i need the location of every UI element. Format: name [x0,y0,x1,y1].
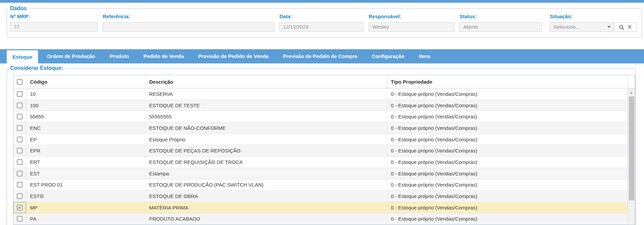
cell-tipo: 0 - Estoque próprio (Vendas/Compras) [387,168,628,179]
dropdown-arrow-icon[interactable] [607,26,611,28]
n-mrp-input[interactable]: 77 [10,22,98,32]
cell-tipo: 0 - Estoque próprio (Vendas/Compras) [387,145,628,156]
cell-codigo: ESTO [26,191,145,202]
row-checkbox-cell [13,191,26,202]
header-select-all-cell [13,75,26,88]
cell-tipo: 0 - Estoque próprio (Vendas/Compras) [387,214,628,225]
row-checkbox[interactable] [17,193,23,199]
estoque-grid: CódigoDescriçãoTipo Propriedade 10RESERV… [13,75,635,225]
row-checkbox[interactable] [17,137,23,142]
row-checkbox[interactable] [17,216,23,222]
vertical-scrollbar[interactable]: ▲ [628,88,635,225]
table-row[interactable]: EST PROD 01ESTOQUE DE PRODUÇÃO (PAC SWIT… [13,179,628,191]
status-label: Status: [460,13,542,19]
cell-descricao: ESTOQUE DE TESTE [145,100,387,111]
row-checkbox-checked[interactable]: ✔ [17,205,23,210]
top-accent-bar [0,0,644,3]
table-row[interactable]: ERTESTOQUE DE REQUISIÇÃO DE TROCA0 - Est… [13,157,628,168]
row-checkbox-cell [13,168,26,179]
select-all-checkbox[interactable] [17,79,23,85]
cell-codigo: EP [26,134,145,145]
tab-ordem-de-produ-o[interactable]: Ordem de Produção [41,49,101,63]
cell-codigo: EST PROD 01 [26,179,145,191]
row-checkbox[interactable] [17,171,23,176]
row-checkbox-cell: ✔ [13,202,26,213]
tab-configura-o[interactable]: Configuração [366,49,410,63]
cell-tipo: 0 - Estoque próprio (Vendas/Compras) [387,88,628,100]
data-input[interactable]: 12/12/2023 [279,22,364,32]
table-row[interactable]: EPRESTOQUE DE PEÇAS DE REPOSIÇÃO0 - Esto… [13,145,628,157]
field-status: Status:Aberto [460,13,542,32]
cell-descricao: ESTOQUE DE NÃO-CONFORME [145,122,387,134]
column-header-c-digo[interactable]: Código [26,75,145,88]
situacao-select-group: Selecione...✕ [550,22,637,32]
dados-legend: Dados [8,5,28,11]
dados-fields: Nº MRP:77Referência:Data:12/12/2023Respo… [7,11,642,32]
column-header-descri-o[interactable]: Descrição [145,75,387,88]
header-scrollbar-spacer [628,75,635,88]
cell-codigo: MP [26,202,145,213]
responsavel-input[interactable]: Wesley [369,22,454,32]
table-row[interactable]: 100ESTOQUE DE TESTE0 - Estoque próprio (… [13,100,628,111]
search-icon[interactable] [619,25,623,29]
row-checkbox-cell [13,122,26,134]
cell-tipo: 0 - Estoque próprio (Vendas/Compras) [387,134,628,145]
scrollbar-up-arrow-icon[interactable]: ▲ [628,88,635,96]
row-checkbox-cell [13,145,26,156]
grid-rows: 10RESERVA0 - Estoque próprio (Vendas/Com… [13,88,628,225]
cell-descricao: ESTOQUE DE PRODUÇÃO (PAC SWITCH VLAN) [145,179,387,191]
row-checkbox-cell [13,214,26,225]
field-responsavel: Responsável:Wesley [369,13,454,32]
row-checkbox[interactable] [17,125,23,131]
status-input[interactable]: Aberto [460,22,542,32]
cell-tipo: 0 - Estoque próprio (Vendas/Compras) [387,179,628,191]
cell-codigo: EST [26,168,145,179]
cell-descricao: Estoque Próprio [145,134,387,145]
row-checkbox-cell [13,100,26,111]
row-checkbox[interactable] [17,159,23,165]
tab-pedido-de-venda[interactable]: Pedido de Venda [138,49,190,63]
situacao-select[interactable]: Selecione... [550,22,614,32]
table-row[interactable]: ESTEstampa0 - Estoque próprio (Vendas/Co… [13,168,628,179]
cell-codigo: ERT [26,157,145,168]
table-row[interactable]: ESTOESTOQUE DE OBRA0 - Estoque próprio (… [13,191,628,202]
clear-icon[interactable]: ✕ [627,24,632,30]
cell-codigo: ENC [26,122,145,134]
tab-itens[interactable]: Itens [413,49,436,63]
field-situacao: Situação:Selecione...✕ [550,13,637,32]
situacao-selected-value: Selecione... [553,23,607,31]
tab-produto[interactable]: Produto [104,49,135,63]
cell-descricao: PRODUTO ACABADO [145,214,387,225]
tab-estoque[interactable]: Estoque [7,50,38,63]
row-checkbox[interactable] [17,114,23,119]
situacao-label: Situação: [550,13,637,19]
tab-previs-o-de-pedido-de-compra[interactable]: Previsão de Pedido de Compra [277,49,363,63]
cell-tipo: 0 - Estoque próprio (Vendas/Compras) [387,100,628,111]
scrollbar-thumb[interactable] [629,96,634,200]
field-referencia: Referência: [103,13,274,32]
row-checkbox[interactable] [17,148,23,153]
considerar-estoque-fieldset: Considerar Estoque: CódigoDescriçãoTipo … [7,65,636,225]
tab-previs-o-de-pedido-de-venda[interactable]: Previsão de Pedido de Venda [193,49,274,63]
field-data: Data:12/12/2023 [279,13,364,32]
table-row[interactable]: ✔MPMATÉRIA PRIMA0 - Estoque próprio (Ven… [13,202,628,214]
cell-tipo: 0 - Estoque próprio (Vendas/Compras) [387,111,628,122]
table-row[interactable]: 55855555555550 - Estoque próprio (Vendas… [13,111,628,122]
cell-descricao: ESTOQUE DE REQUISIÇÃO DE TROCA [145,157,387,168]
row-checkbox[interactable] [17,182,23,188]
n-mrp-label: Nº MRP: [10,13,98,19]
cell-codigo: 100 [26,100,145,111]
cell-descricao: ESTOQUE DE PEÇAS DE REPOSIÇÃO [145,145,387,156]
row-checkbox[interactable] [17,91,23,97]
row-checkbox[interactable] [17,103,23,108]
table-row[interactable]: 10RESERVA0 - Estoque próprio (Vendas/Com… [13,88,628,100]
table-row[interactable]: ENCESTOQUE DE NÃO-CONFORME0 - Estoque pr… [13,122,628,134]
row-checkbox-cell [13,179,26,191]
cell-descricao: Estampa [145,168,387,179]
row-checkbox-cell [13,157,26,168]
referencia-input[interactable] [103,22,274,32]
column-header-tipo-propriedade[interactable]: Tipo Propriedade [387,75,628,88]
table-row[interactable]: EPEstoque Próprio0 - Estoque próprio (Ve… [13,134,628,145]
cell-descricao: RESERVA [145,88,387,100]
table-row[interactable]: PAPRODUTO ACABADO0 - Estoque próprio (Ve… [13,214,628,225]
